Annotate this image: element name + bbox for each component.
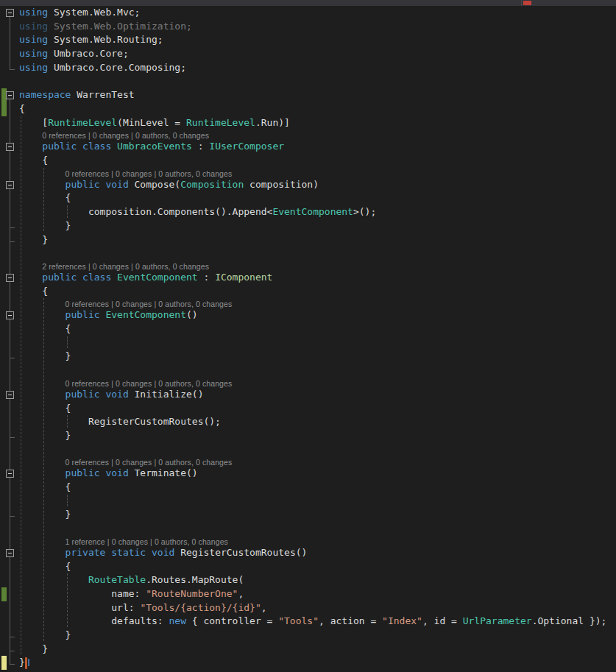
code-token: static <box>111 547 146 558</box>
code-token: { <box>19 403 71 414</box>
code-token: UrlParameter <box>463 615 532 626</box>
collapse-region-icon[interactable] <box>6 549 14 557</box>
code-token: "RouteNumberOne" <box>146 588 238 599</box>
code-token: new <box>169 615 186 626</box>
codelens-indicator[interactable]: 2 references | 0 changes | 0 authors, 0 … <box>0 261 616 271</box>
code-token: void <box>105 179 128 190</box>
code-line: url: "Tools/{action}/{id}", <box>0 601 616 615</box>
code-line: } <box>0 629 616 643</box>
codelens-indicator[interactable]: 0 references | 0 changes | 0 authors, 0 … <box>0 298 616 308</box>
code-token: , action = <box>319 615 382 626</box>
code-token: RouteTable <box>88 574 146 585</box>
collapse-region-icon[interactable] <box>6 391 14 399</box>
code-token: namespace <box>19 89 71 100</box>
code-token: using <box>19 48 48 59</box>
code-token: UmbracoEvents <box>117 141 192 152</box>
code-line <box>0 364 616 378</box>
code-token: name: <box>19 588 146 599</box>
code-token <box>146 547 152 558</box>
code-token: "Tools" <box>278 615 319 626</box>
collapse-region-icon[interactable] <box>6 143 14 151</box>
code-token: [ <box>19 117 48 128</box>
code-line: public class EventComponent : IComponent <box>0 271 616 285</box>
codelens-indicator[interactable]: 0 references | 0 changes | 0 authors, 0 … <box>0 378 616 388</box>
code-line: { <box>0 191 616 205</box>
code-line: using System.Web.Optimization; <box>0 20 616 34</box>
code-token: void <box>105 389 128 400</box>
collapse-region-icon[interactable] <box>6 181 14 189</box>
code-token: RuntimeLevel <box>48 117 117 128</box>
code-token: RegisterCustomRoutes(); <box>19 416 221 427</box>
codelens-indicator[interactable]: 1 reference | 0 changes | 0 authors, 0 c… <box>0 536 616 546</box>
collapse-region-icon[interactable] <box>6 311 14 319</box>
code-token: >(); <box>353 206 376 217</box>
code-line: public void Terminate() <box>0 467 616 481</box>
code-token: EventComponent <box>272 206 353 217</box>
code-line: RouteTable.Routes.MapRoute( <box>0 573 616 587</box>
code-line <box>0 495 616 509</box>
code-token: { <box>19 192 71 203</box>
code-token: Compose( <box>129 179 180 190</box>
collapse-region-icon[interactable] <box>6 9 14 17</box>
code-line: namespace WarrenTest <box>0 88 616 102</box>
code-line: [RuntimeLevel(MinLevel = RuntimeLevel.Ru… <box>0 116 616 130</box>
code-line: using System.Web.Routing; <box>0 33 616 47</box>
codelens-indicator[interactable]: 0 references | 0 changes | 0 authors, 0 … <box>0 456 616 467</box>
minus-glyph <box>8 185 12 185</box>
code-token: (MinLevel = <box>117 117 186 128</box>
code-token: , <box>261 602 267 613</box>
code-line: composition.Components().Append<EventCom… <box>0 205 616 219</box>
code-line: using System.Web.Mvc; <box>0 6 616 20</box>
collapse-region-icon[interactable] <box>6 274 14 282</box>
code-token: public <box>19 389 100 400</box>
code-token: } <box>19 657 25 668</box>
code-token: : <box>192 141 209 152</box>
code-token: { <box>19 561 71 572</box>
code-editor-surface[interactable]: using System.Web.Mvc;using System.Web.Op… <box>0 6 616 672</box>
code-token: System.Web.Mvc; <box>48 7 140 18</box>
code-line: } <box>0 508 616 522</box>
minus-glyph <box>8 473 12 474</box>
code-token: using <box>19 21 48 32</box>
code-token: { <box>19 103 25 114</box>
code-token: class <box>82 141 111 152</box>
code-line: } <box>0 219 616 233</box>
caret-accent <box>28 659 29 666</box>
code-token: Initialize() <box>129 389 204 400</box>
code-token: } <box>19 629 71 640</box>
codelens-indicator[interactable]: 0 references | 0 changes | 0 authors, 0 … <box>0 168 616 178</box>
code-token: Umbraco.Core; <box>48 48 129 59</box>
code-token: , id = <box>422 615 463 626</box>
code-line <box>0 336 616 350</box>
code-token: : <box>198 272 215 283</box>
codelens-indicator[interactable]: 0 references | 0 changes | 0 authors, 0 … <box>0 130 616 140</box>
code-token: "Tools/{action}/{id}" <box>140 602 261 613</box>
code-token: () <box>186 309 198 320</box>
code-token: System.Web.Optimization; <box>48 21 192 32</box>
code-token: System.Web.Routing; <box>48 34 163 45</box>
code-token: void <box>105 467 128 478</box>
code-token: .Routes.MapRoute( <box>146 574 244 585</box>
code-token: .Run)] <box>255 117 290 128</box>
code-line: { <box>0 402 616 416</box>
code-token: , <box>238 588 244 599</box>
code-token: RegisterCustomRoutes() <box>174 547 307 558</box>
code-line: { <box>0 560 616 574</box>
code-token: { <box>19 481 71 492</box>
minus-glyph <box>8 277 12 278</box>
code-token <box>19 574 88 585</box>
scrollbar-error-marker-icon <box>523 1 531 5</box>
vs-editor-window: using System.Web.Mvc;using System.Web.Op… <box>0 0 616 672</box>
code-line: public void Initialize() <box>0 388 616 402</box>
code-token: Composition <box>180 179 244 190</box>
collapse-region-icon[interactable] <box>6 470 14 478</box>
collapse-region-icon[interactable] <box>6 91 14 99</box>
code-token: IComponent <box>215 272 272 283</box>
code-line: public class UmbracoEvents : IUserCompos… <box>0 140 616 154</box>
code-token: WarrenTest <box>71 89 134 100</box>
code-line: } <box>0 643 616 657</box>
code-line: using Umbraco.Core.Composing; <box>0 61 616 75</box>
code-token: } <box>19 509 71 520</box>
code-line <box>0 247 616 261</box>
code-token: private <box>19 547 105 558</box>
